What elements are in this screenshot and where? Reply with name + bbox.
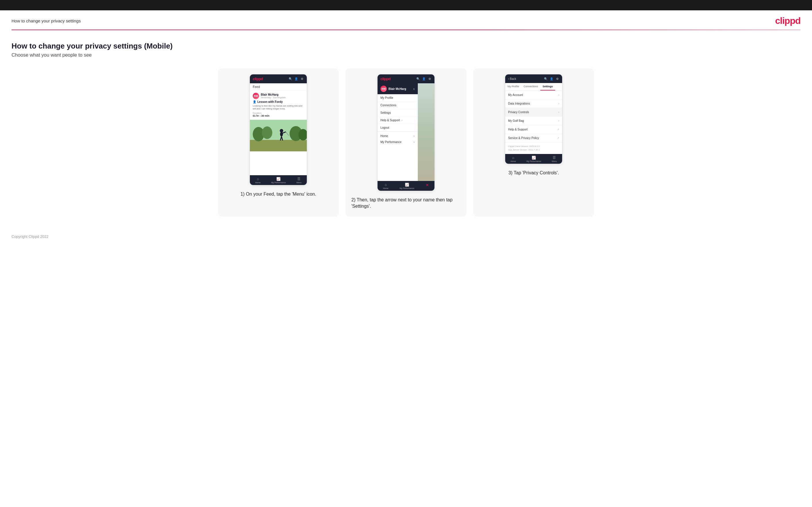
nav-menu[interactable]: ☰ Menu: [297, 177, 302, 183]
golf-svg: [250, 120, 307, 151]
post-lesson-row: 👤 Lesson with Fordy: [253, 100, 304, 103]
menu-item-logout[interactable]: Logout: [377, 124, 418, 131]
tab-settings[interactable]: Settings: [540, 83, 555, 91]
clippd-logo: clippd: [775, 15, 801, 26]
menu-user-row: BM Blair McHarg ∧: [377, 83, 418, 94]
post-text: Looking to feel like my hands are exitin…: [253, 105, 304, 111]
duration-label: Duration: [253, 112, 304, 114]
phone-3-icons: 🔍 👤 ⚙: [544, 77, 559, 81]
lesson-title: Lesson with Fordy: [257, 100, 283, 103]
my-account-label: My Account: [508, 93, 523, 97]
my-golf-bag-arrow-icon: ›: [558, 119, 559, 122]
svg-point-3: [262, 126, 272, 139]
home-section-label: Home: [380, 134, 388, 137]
home-icon-2: ⌂: [385, 183, 387, 187]
step-1-phone: clippd 🔍 👤 ⚙ Feed BM Blair McHarg: [250, 74, 307, 185]
header: How to change your privacy settings clip…: [0, 10, 812, 30]
tab-myprofile[interactable]: My Profile: [505, 83, 521, 91]
nav-performance-label-3: My Performance: [526, 160, 541, 162]
post-header: BM Blair McHarg Yesterday · Sunningdale: [253, 93, 304, 99]
phone-2-content: BM Blair McHarg ∧ My Profile Connections…: [377, 83, 435, 181]
external-icon: ↗: [401, 119, 403, 122]
step-3-phone: ‹ Back 🔍 👤 ⚙ My Profile Connections Sett…: [505, 74, 562, 164]
copyright-text: Copyright Clippd 2022: [11, 234, 49, 239]
phone-2-bottom-nav: ⌂ Home 📈 My Performance ✕: [377, 181, 435, 191]
nav-performance-2: 📈 My Performance: [400, 183, 414, 189]
data-integrations-label: Data Integrations: [508, 102, 530, 105]
menu-avatar: BM: [380, 86, 387, 92]
top-bar: [0, 0, 812, 10]
menu-collapse-icon[interactable]: ∧: [413, 87, 415, 91]
settings-icon: ⚙: [300, 77, 304, 81]
post-date: Yesterday · Sunningdale: [261, 96, 286, 99]
nav-home-label-2: Home: [383, 187, 389, 189]
settings-row-mygolfbag[interactable]: My Golf Bag ›: [505, 117, 562, 125]
menu-item-settings[interactable]: Settings: [377, 109, 418, 117]
close-icon: ✕: [425, 183, 429, 187]
settings-row-myaccount[interactable]: My Account ›: [505, 91, 562, 99]
help-support-label: Help & Support: [508, 128, 527, 131]
menu-item-connections[interactable]: Connections: [377, 102, 418, 109]
nav-close[interactable]: ✕: [425, 183, 429, 189]
step-2-description: 2) Then, tap the arrow next to your name…: [351, 197, 461, 210]
back-button[interactable]: ‹ Back: [508, 77, 516, 80]
settings-icon-3: ⚙: [555, 77, 559, 81]
performance-icon-2: 📈: [405, 183, 409, 187]
server-version: SQL Server Version: 2022.7.30-1: [508, 148, 559, 152]
main-content: How to change your privacy settings (Mob…: [0, 30, 812, 222]
nav-home-2: ⌂ Home: [383, 183, 389, 189]
nav-menu-label-3: Menu: [552, 160, 557, 162]
nav-home-label: Home: [255, 181, 260, 183]
home-icon-3: ⌂: [512, 156, 514, 160]
phone-1-icons: 🔍 👤 ⚙: [289, 77, 304, 81]
search-icon-3: 🔍: [544, 77, 548, 81]
post-author-info: Blair McHarg Yesterday · Sunningdale: [261, 93, 286, 99]
steps-row: clippd 🔍 👤 ⚙ Feed BM Blair McHarg: [11, 68, 801, 217]
menu-sections: Home ∨ My Performance ∨: [377, 131, 418, 145]
settings-row-serviceprivacy[interactable]: Service & Privacy Policy ↗: [505, 134, 562, 143]
menu-backdrop: [418, 83, 435, 181]
svg-rect-1: [250, 140, 307, 151]
duration-value: 01 hr : 30 min: [253, 114, 304, 117]
phone-1-logo: clippd: [253, 77, 263, 81]
phone-1-topbar: clippd 🔍 👤 ⚙: [250, 74, 307, 83]
settings-icon-2: ⚙: [427, 77, 432, 81]
step-3-description: 3) Tap 'Privacy Controls'.: [508, 170, 559, 176]
menu-item-helpsupport[interactable]: Help & Support ↗: [377, 117, 418, 124]
settings-topbar: ‹ Back 🔍 👤 ⚙: [505, 74, 562, 83]
settings-row-helpsupport[interactable]: Help & Support ↗: [505, 125, 562, 134]
service-privacy-label: Service & Privacy Policy: [508, 136, 539, 139]
phone-3-bottom-nav: ⌂ Home 📈 My Performance ☰ Menu: [505, 154, 562, 164]
menu-username: Blair McHarg: [389, 87, 406, 91]
lesson-icon: 👤: [253, 100, 256, 103]
version-info: Clippd Client Version: 2022.8.3-3 SQL Se…: [505, 143, 562, 154]
nav-menu-label: Menu: [297, 181, 302, 183]
post-author: Blair McHarg: [261, 93, 286, 96]
step-2-card: clippd 🔍 👤 ⚙ BM Blair McHarg: [346, 68, 466, 217]
tab-connections[interactable]: Connections: [521, 83, 540, 91]
nav-home-label-3: Home: [510, 160, 516, 162]
settings-row-privacycontrols[interactable]: Privacy Controls ›: [505, 108, 562, 117]
service-privacy-external-icon: ↗: [557, 137, 559, 139]
step-2-phone: clippd 🔍 👤 ⚙ BM Blair McHarg: [377, 74, 435, 191]
settings-tabs: My Profile Connections Settings: [505, 83, 562, 91]
search-icon-2: 🔍: [416, 77, 420, 81]
phone-2-logo: clippd: [380, 77, 391, 81]
my-golf-bag-label: My Golf Bag: [508, 119, 524, 122]
menu-item-myprofile[interactable]: My Profile: [377, 94, 418, 102]
feed-tab: Feed: [250, 83, 307, 91]
phone-1-content: Feed BM Blair McHarg Yesterday · Sunning…: [250, 83, 307, 175]
performance-section-label: My Performance: [380, 140, 401, 144]
menu-panel: BM Blair McHarg ∧ My Profile Connections…: [377, 83, 418, 181]
step-1-description: 1) On your Feed, tap the 'Menu' icon.: [240, 191, 316, 198]
nav-menu-3[interactable]: ☰ Menu: [552, 156, 557, 162]
backdrop-image: [418, 83, 435, 181]
menu-icon-3: ☰: [553, 156, 556, 160]
menu-section-performance[interactable]: My Performance ∨: [377, 139, 418, 145]
profile-icon: 👤: [294, 77, 298, 81]
menu-icon: ☰: [297, 177, 301, 181]
settings-row-dataintegrations[interactable]: Data Integrations ›: [505, 99, 562, 108]
menu-section-home[interactable]: Home ∨: [377, 133, 418, 139]
settings-list: My Account › Data Integrations › Privacy…: [505, 91, 562, 154]
avatar: BM: [253, 93, 259, 99]
